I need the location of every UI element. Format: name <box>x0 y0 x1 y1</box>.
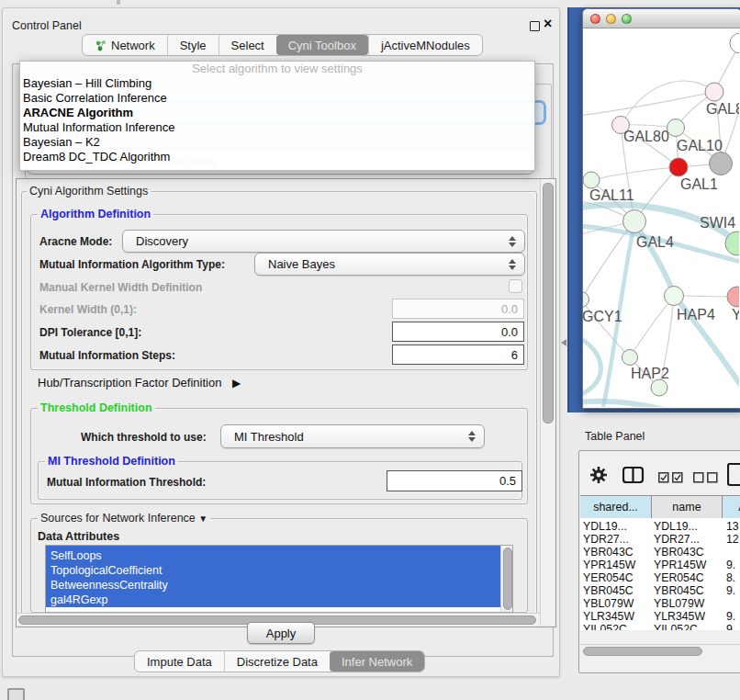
data-attributes-label: Data Attributes <box>38 530 119 543</box>
which-threshold-value: MI Threshold <box>221 430 468 444</box>
network-node-gal8[interactable] <box>705 83 723 101</box>
splitpane-collapse-arrow-icon[interactable] <box>561 339 566 346</box>
dropdown-item[interactable]: Dream8 DC_TDC Algorithm <box>20 150 534 164</box>
network-node[interactable] <box>651 379 667 396</box>
network-node-gal4[interactable] <box>623 210 646 233</box>
apply-button[interactable]: Apply <box>247 622 315 644</box>
zoom-window-icon[interactable] <box>622 14 632 24</box>
cell-shared-name: YPR145W <box>580 559 654 571</box>
new-table-icon[interactable] <box>727 463 740 491</box>
tab-network[interactable]: Network <box>83 35 167 55</box>
manual-kernel-checkbox[interactable] <box>509 279 522 293</box>
column-header-shared-name[interactable]: shared... <box>580 496 652 518</box>
network-edge[interactable] <box>583 92 714 117</box>
settings-vscrollbar-thumb[interactable] <box>543 183 554 423</box>
gear-icon[interactable] <box>589 466 608 488</box>
table-row[interactable]: YDR27...YDR27...12 <box>580 533 740 546</box>
network-node-label: SWI4 <box>700 215 735 231</box>
network-node-label: HAP4 <box>677 307 715 322</box>
manual-kernel-label: Manual Kernel Width Definition <box>39 281 202 294</box>
mi-steps-field[interactable]: 6 <box>392 344 524 365</box>
tab-select[interactable]: Select <box>219 35 276 55</box>
dropdown-item[interactable]: Bayesian – K2 <box>20 135 534 150</box>
tab-cyni-toolbox[interactable]: Cyni Toolbox <box>276 35 368 55</box>
mi-type-combo[interactable]: Naive Bayes <box>254 253 525 276</box>
attribute-item[interactable]: gal4RGexp <box>46 593 501 607</box>
network-window-titlebar[interactable] <box>583 9 740 28</box>
list-scrollbar[interactable] <box>500 546 512 612</box>
table-row[interactable]: YIL052CYIL052C9 <box>580 623 740 630</box>
tab-label: Network <box>111 39 155 52</box>
dropdown-item[interactable]: ARACNE Algorithm <box>20 106 534 120</box>
network-node-label: HAP2 <box>631 366 669 381</box>
list-scrollbar-thumb[interactable] <box>503 548 512 610</box>
attribute-item[interactable]: BetweennessCentrality <box>46 578 501 593</box>
network-node-gal10[interactable] <box>667 119 685 137</box>
tab-discretize-data[interactable]: Discretize Data <box>224 651 330 672</box>
dpi-tolerance-field[interactable]: 0.0 <box>392 322 524 342</box>
cell-name: YBL079W <box>654 597 724 610</box>
tab-jactivemnodules[interactable]: jActiveMNodules <box>368 35 482 55</box>
network-node[interactable] <box>710 152 733 175</box>
table-row[interactable]: YDL19...YDL19...13 <box>580 520 740 533</box>
network-canvas[interactable]: GAL8GAL80GAL10GAL1GAL11GAL4SWI4YHAP4GCY1… <box>583 28 739 407</box>
cutoff-artifact <box>117 0 120 5</box>
network-edge[interactable] <box>583 401 739 407</box>
tab-infer-network[interactable]: Infer Network <box>330 651 424 672</box>
kernel-width-field[interactable]: 0.0 <box>392 299 524 319</box>
settings-vscrollbar[interactable] <box>540 179 555 625</box>
dropdown-item[interactable]: Basic Correlation Inference <box>20 91 534 106</box>
column-header-partial[interactable]: A <box>723 496 740 518</box>
dropdown-item[interactable]: Bayesian – Hill Climbing <box>20 76 534 91</box>
network-node-gal1[interactable] <box>669 158 688 176</box>
close-window-icon[interactable] <box>590 14 600 24</box>
tab-impute-data[interactable]: Impute Data <box>135 651 224 672</box>
cell-shared-name: YBL079W <box>580 597 654 610</box>
select-all-icon[interactable] <box>658 470 683 487</box>
network-edge[interactable] <box>591 167 678 180</box>
tab-style[interactable]: Style <box>167 35 219 55</box>
network-node[interactable] <box>730 33 739 53</box>
dropdown-item[interactable]: Mutual Information Inference <box>20 120 534 135</box>
float-window-icon[interactable] <box>530 21 540 31</box>
mi-threshold-field[interactable]: 0.5 <box>387 470 522 491</box>
aracne-mode-combo[interactable]: Discovery <box>122 230 525 253</box>
cell-shared-name: YDL19... <box>580 520 654 533</box>
tab-label: Impute Data <box>147 655 212 669</box>
column-header-name[interactable]: name <box>652 496 723 518</box>
attribute-item[interactable]: TopologicalCoefficient <box>46 563 501 578</box>
table-row[interactable]: YBR043CYBR043C <box>580 546 740 559</box>
aracne-mode-label: Aracne Mode: <box>39 235 112 248</box>
attribute-item[interactable]: SelfLoops <box>46 548 501 563</box>
network-node-hap4[interactable] <box>665 287 684 306</box>
table-hscrollbar-thumb[interactable] <box>583 647 702 656</box>
network-node-label: GAL10 <box>677 138 723 153</box>
floating-panel-grip-icon[interactable] <box>7 688 25 700</box>
tab-label: Style <box>180 39 207 52</box>
minimize-window-icon[interactable] <box>606 14 616 24</box>
hub-definition-toggle[interactable]: Hub/Transcription Factor Definition ▶ <box>38 376 241 390</box>
network-view-window: GAL8GAL80GAL10GAL1GAL11GAL4SWI4YHAP4GCY1… <box>582 8 740 409</box>
table-row[interactable]: YBL079WYBL079W <box>580 597 740 610</box>
columns-icon[interactable] <box>622 467 645 488</box>
sources-group-title[interactable]: Sources for Network Inference ▼ <box>38 512 210 525</box>
table-row[interactable]: YBR045CYBR045C9. <box>580 584 740 597</box>
close-icon[interactable]: × <box>544 16 552 32</box>
table-row[interactable]: YLR345WYLR345W9. <box>580 610 740 623</box>
table-row[interactable]: YPR145WYPR145W9. <box>580 559 740 571</box>
cell-value: 9. <box>724 584 735 597</box>
deselect-all-icon[interactable] <box>693 470 718 487</box>
network-node-gcy1[interactable] <box>583 292 589 308</box>
table-hscrollbar[interactable] <box>580 644 740 657</box>
control-panel-tabbar: Network Style Select Cyni Toolbox jActiv… <box>82 34 483 56</box>
network-node-label: GAL1 <box>680 176 718 192</box>
table-row[interactable]: YER054CYER054C8. <box>580 571 740 584</box>
network-node-gal11[interactable] <box>583 172 600 188</box>
network-edge[interactable] <box>583 333 601 398</box>
which-threshold-combo[interactable]: MI Threshold <box>220 424 485 448</box>
cell-value: 8. <box>724 571 735 584</box>
network-node-label: GAL8 <box>706 101 739 117</box>
network-node-hap2[interactable] <box>622 350 638 366</box>
network-node-y[interactable] <box>727 287 739 307</box>
mi-type-label: Mutual Information Algorithm Type: <box>39 258 225 271</box>
